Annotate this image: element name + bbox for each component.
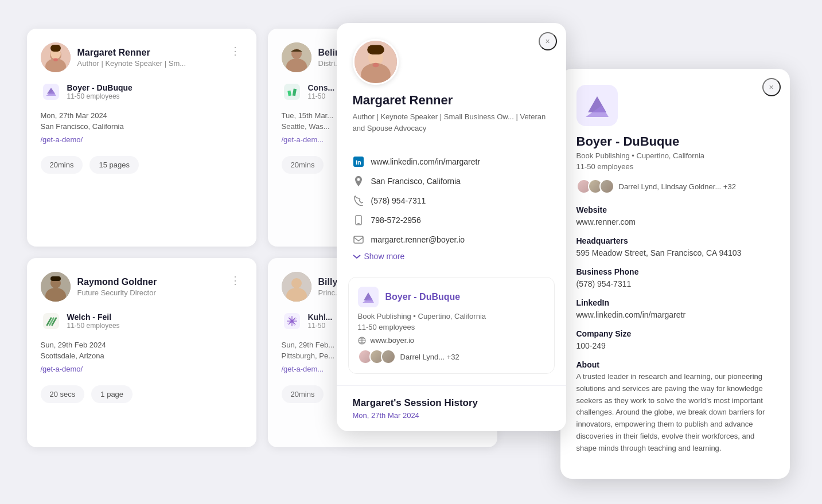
modal-company-sub: Book Publishing • Cupertino, California <box>358 312 545 321</box>
phone-icon <box>353 195 364 206</box>
contact-item-linkedin: in www.linkedin.com/in/margaretr <box>353 152 550 171</box>
person-name-margaret: Margaret Renner <box>77 48 186 58</box>
more-options-icon-raymond[interactable]: ⋮ <box>228 272 243 289</box>
company-size-billy: 11-50 <box>308 322 333 330</box>
close-icon: × <box>545 37 550 46</box>
session-history: Margaret's Session History Mon, 27th Mar… <box>337 385 566 431</box>
location-value: San Francisco, California <box>371 177 461 186</box>
panel-about-value: A trusted leader in research and learnin… <box>576 371 774 455</box>
company-logo-kuhl <box>282 311 302 331</box>
more-options-icon[interactable]: ⋮ <box>228 42 243 60</box>
modal-company-header: Boyer - DuBuque <box>358 287 545 307</box>
pill-duration-raymond: 20 secs <box>41 385 85 403</box>
svg-rect-41 <box>354 236 363 243</box>
panel-website-label: Website <box>576 205 774 214</box>
modal-person-title: Author | Keynote Speaker | Small Busines… <box>353 111 550 134</box>
contact-item-phone: (578) 954-7311 <box>353 191 550 210</box>
card-raymond-goldner: Raymond Goldner Future Security Director… <box>27 258 256 447</box>
company-panel-sub: Book Publishing • Cupertino, California <box>576 151 774 160</box>
show-more-button[interactable]: Show more <box>353 249 550 268</box>
card-header: Margaret Renner Author | Keynote Speaker… <box>41 42 243 72</box>
card-date-raymond: Sun, 29th Feb 2024 <box>41 341 243 349</box>
card-footer-margaret: 20mins 15 pages <box>41 156 243 174</box>
contact-item-email: margaret.renner@boyer.io <box>353 230 550 249</box>
card-person-raymond: Raymond Goldner Future Security Director <box>41 272 157 302</box>
company-name-raymond: Welch - Feil <box>67 312 120 322</box>
panel-headquarters-value: 595 Meadow Street, San Francisco, CA 941… <box>576 247 774 259</box>
svg-point-31 <box>290 319 293 322</box>
panel-company-size-value: 100-249 <box>576 340 774 352</box>
avatar-raymond <box>41 272 71 302</box>
svg-rect-4 <box>50 45 61 52</box>
modal-company-info: Boyer - DuBuque <box>385 292 461 302</box>
panel-linkedin-value: www.linkedin.com/in/margaretr <box>576 309 774 321</box>
modal-close-button[interactable]: × <box>539 32 557 50</box>
company-name-margaret: Boyer - DuBuque <box>67 83 133 92</box>
company-info-belinda: Cons... 11-50 <box>308 83 335 100</box>
modal-company-logo <box>358 287 379 307</box>
card-link-raymond[interactable]: /get-a-demo/ <box>41 365 83 373</box>
pill-pages-raymond: 1 page <box>91 385 133 403</box>
session-history-date: Mon, 27th Mar 2024 <box>353 411 550 420</box>
modal-company-website: www.boyer.io <box>371 336 415 345</box>
svg-rect-16 <box>50 276 61 281</box>
pill-duration-billy: 20mins <box>282 385 324 403</box>
panel-linkedin-section: LinkedIn www.linkedin.com/in/margaretr <box>576 298 774 321</box>
email-value: margaret.renner@boyer.io <box>371 235 465 244</box>
svg-text:in: in <box>356 159 361 166</box>
company-detail-panel: × Boyer - DuBuque Book Publishing • Cupe… <box>560 69 790 479</box>
email-icon <box>353 234 364 245</box>
company-logo-boyer <box>41 81 61 102</box>
modal-profile-header: Margaret Renner Author | Keynote Speaker… <box>337 23 566 152</box>
modal-company-website-row: www.boyer.io <box>358 336 545 345</box>
card-link-margaret[interactable]: /get-a-demo/ <box>41 135 83 144</box>
pill-duration-belinda: 20mins <box>282 156 324 174</box>
panel-avatars-row: Darrel Lynd, Lindsay Goldner... +32 <box>576 179 774 194</box>
company-info-margaret: Boyer - DuBuque 11-50 employees <box>67 83 133 100</box>
profile-modal: × Margaret Renner Author | Keynote Speak… <box>337 23 566 431</box>
linkedin-value[interactable]: www.linkedin.com/in/margaretr <box>371 157 481 166</box>
card-person: Margaret Renner Author | Keynote Speaker… <box>41 42 186 72</box>
company-panel-close-button[interactable]: × <box>762 78 781 96</box>
modal-company-card[interactable]: Boyer - DuBuque Book Publishing • Cupert… <box>348 277 555 374</box>
linkedin-icon: in <box>353 156 364 167</box>
card-person-billy: Billy... Princ... <box>282 272 345 302</box>
card-footer-raymond: 20 secs 1 page <box>41 385 243 403</box>
avatar-margaret <box>41 42 71 72</box>
contact-item-mobile: 798-572-2956 <box>353 210 550 230</box>
card-link-billy[interactable]: /get-a-dem... <box>282 365 324 373</box>
card-location-raymond: Scottsdale, Arizona <box>41 351 243 360</box>
modal-company-employees: 11-50 employees <box>358 323 545 331</box>
person-info-margaret: Margaret Renner Author | Keynote Speaker… <box>77 48 186 68</box>
card-header-raymond: Raymond Goldner Future Security Director… <box>41 272 243 302</box>
mini-avatar-3 <box>381 349 396 364</box>
company-name-belinda: Cons... <box>308 83 335 92</box>
svg-rect-40 <box>357 223 360 224</box>
avatar-billy <box>282 272 311 302</box>
panel-business-phone-value: (578) 954-7311 <box>576 278 774 290</box>
company-row-raymond: Welch - Feil 11-50 employees <box>41 311 243 331</box>
person-info-raymond: Raymond Goldner Future Security Director <box>77 277 157 297</box>
panel-about-section: About A trusted leader in research and l… <box>576 360 774 455</box>
contact-item-location: San Francisco, California <box>353 171 550 191</box>
card-link-belinda[interactable]: /get-a-dem... <box>282 135 324 144</box>
svg-rect-35 <box>367 45 384 54</box>
location-icon <box>353 175 364 187</box>
mobile-value: 798-572-2956 <box>371 216 421 225</box>
company-size-belinda: 11-50 <box>308 92 335 100</box>
company-panel-employees: 11-50 employees <box>576 162 774 171</box>
company-logo-cons <box>282 81 302 102</box>
card-margaret-renner: Margaret Renner Author | Keynote Speaker… <box>27 29 256 247</box>
panel-business-phone-label: Business Phone <box>576 267 774 276</box>
company-info-raymond: Welch - Feil 11-50 employees <box>67 312 120 330</box>
panel-contacts-label: Darrel Lynd, Lindsay Goldner... +32 <box>619 182 736 191</box>
modal-company-name: Boyer - DuBuque <box>385 292 461 302</box>
panel-company-size-label: Company Size <box>576 329 774 338</box>
svg-point-22 <box>291 278 302 288</box>
company-size-margaret: 11-50 employees <box>67 92 133 100</box>
company-name-billy: Kuhl... <box>308 312 333 322</box>
modal-person-name: Margaret Renner <box>353 93 453 108</box>
panel-headquarters-label: Headquarters <box>576 236 774 245</box>
company-size-raymond: 11-50 employees <box>67 322 120 330</box>
mobile-icon <box>353 214 364 226</box>
